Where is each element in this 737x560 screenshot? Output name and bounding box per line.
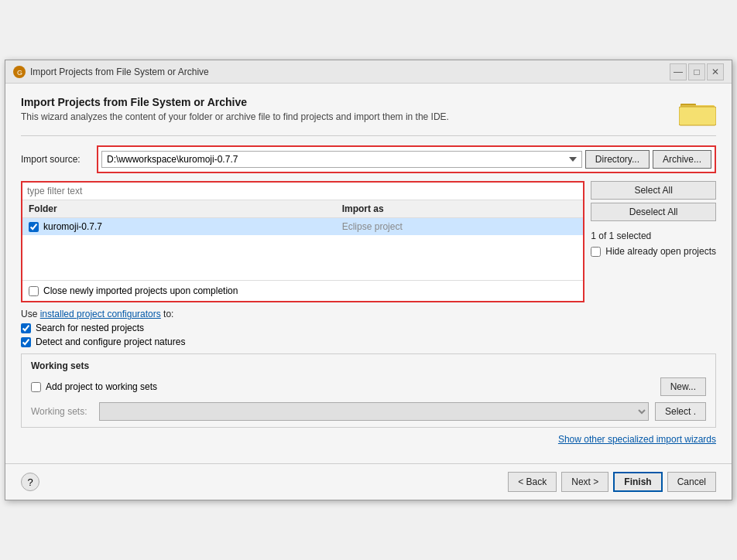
main-area: Folder Import as kuromoji-0.7.7 Eclipse …	[21, 181, 716, 302]
table-row: kuromoji-0.7.7 Eclipse project	[22, 218, 583, 235]
close-button[interactable]: ✕	[707, 63, 724, 80]
wizards-link[interactable]: Show other specialized import wizards	[558, 434, 716, 445]
header-separator	[21, 135, 716, 136]
window-title: Import Projects from File System or Arch…	[30, 67, 209, 77]
next-button[interactable]: Next >	[561, 472, 608, 492]
close-projects-checkbox[interactable]	[29, 286, 39, 296]
add-to-sets-label: Add project to working sets	[46, 381, 157, 392]
configurators-link[interactable]: installed project configurators	[40, 309, 161, 319]
add-to-sets-checkbox[interactable]	[31, 382, 41, 392]
working-sets-input-row: Working sets: Select .	[31, 402, 706, 421]
working-sets-label: Working sets:	[31, 406, 93, 417]
col-import-header: Import as	[342, 203, 578, 214]
table-row-col1: kuromoji-0.7.7	[29, 221, 342, 232]
working-sets-title: Working sets	[31, 360, 706, 371]
cancel-button[interactable]: Cancel	[667, 472, 716, 492]
selected-count: 1 of 1 selected	[591, 230, 716, 241]
footer-right: < Back Next > Finish Cancel	[508, 472, 716, 492]
source-input-group: D:\wwworkspace\kuromoji-0.7.7 Directory.…	[97, 145, 716, 173]
select-working-set-button[interactable]: Select .	[655, 402, 706, 421]
wizards-link-row: Show other specialized import wizards	[21, 434, 716, 445]
footer: ? < Back Next > Finish Cancel	[5, 464, 732, 500]
dialog-content: Import Projects from File System or Arch…	[5, 84, 732, 463]
footer-left: ?	[21, 473, 39, 491]
detect-natures-checkbox[interactable]	[21, 337, 31, 347]
filter-input[interactable]	[27, 186, 578, 196]
select-all-button[interactable]: Select All	[591, 181, 716, 200]
folder-icon-large	[679, 96, 716, 129]
header-text: Import Projects from File System or Arch…	[21, 96, 449, 122]
maximize-button[interactable]: □	[688, 63, 705, 80]
archive-button[interactable]: Archive...	[653, 150, 711, 169]
deselect-all-button[interactable]: Deselect All	[591, 203, 716, 221]
search-nested-checkbox[interactable]	[21, 323, 31, 333]
finish-button[interactable]: Finish	[613, 472, 662, 492]
dialog-header: Import Projects from File System or Arch…	[21, 96, 716, 129]
sidebar-buttons: Select All Deselect All 1 of 1 selected …	[591, 181, 716, 302]
working-sets-group: Working sets Add project to working sets…	[21, 353, 716, 428]
add-to-sets-row: Add project to working sets	[31, 381, 157, 392]
project-folder-name: kuromoji-0.7.7	[43, 221, 102, 232]
app-icon: G	[13, 66, 26, 78]
table-header: Folder Import as	[22, 200, 583, 218]
close-row: Close newly imported projects upon compl…	[22, 280, 583, 301]
selected-info: 1 of 1 selected Hide already open projec…	[591, 230, 716, 257]
help-button[interactable]: ?	[21, 473, 39, 491]
back-button[interactable]: < Back	[508, 472, 557, 492]
table-body: kuromoji-0.7.7 Eclipse project	[22, 218, 583, 280]
detect-natures-row: Detect and configure project natures	[21, 336, 716, 347]
configurators-suffix: to:	[161, 309, 174, 319]
svg-rect-5	[679, 107, 716, 125]
search-nested-row: Search for nested projects	[21, 323, 716, 333]
configurators-section: Use installed project configurators to:	[21, 309, 716, 319]
title-bar-controls: ― □ ✕	[670, 63, 724, 80]
working-sets-dropdown[interactable]	[99, 402, 649, 421]
hide-projects-label: Hide already open projects	[605, 246, 716, 257]
hide-projects-row: Hide already open projects	[591, 246, 716, 257]
dialog-subtitle: This wizard analyzes the content of your…	[21, 111, 449, 122]
sidebar-btn-group: Select All Deselect All 1 of 1 selected …	[591, 181, 716, 257]
import-source-dropdown[interactable]: D:\wwworkspace\kuromoji-0.7.7	[101, 151, 582, 168]
minimize-button[interactable]: ―	[670, 63, 687, 80]
search-nested-label: Search for nested projects	[36, 323, 144, 333]
col-folder-header: Folder	[29, 203, 342, 214]
directory-button[interactable]: Directory...	[585, 150, 650, 169]
table-row-col2: Eclipse project	[342, 221, 578, 232]
title-bar-left: G Import Projects from File System or Ar…	[13, 66, 209, 78]
configurators-prefix: Use	[21, 309, 40, 319]
project-checkbox[interactable]	[29, 222, 39, 232]
working-sets-add-row: Add project to working sets New...	[31, 377, 706, 396]
main-window: G Import Projects from File System or Ar…	[5, 60, 732, 500]
detect-natures-label: Detect and configure project natures	[36, 336, 185, 347]
projects-table: Folder Import as kuromoji-0.7.7 Eclipse …	[21, 181, 584, 302]
filter-row	[22, 183, 583, 200]
close-projects-label: Close newly imported projects upon compl…	[43, 285, 238, 296]
svg-text:G: G	[17, 69, 22, 77]
import-source-row: Import source: D:\wwworkspace\kuromoji-0…	[21, 145, 716, 173]
title-bar: G Import Projects from File System or Ar…	[5, 60, 732, 84]
import-source-label: Import source:	[21, 154, 91, 165]
dialog-title: Import Projects from File System or Arch…	[21, 96, 449, 108]
hide-projects-checkbox[interactable]	[591, 247, 601, 257]
new-working-set-button[interactable]: New...	[660, 377, 706, 396]
